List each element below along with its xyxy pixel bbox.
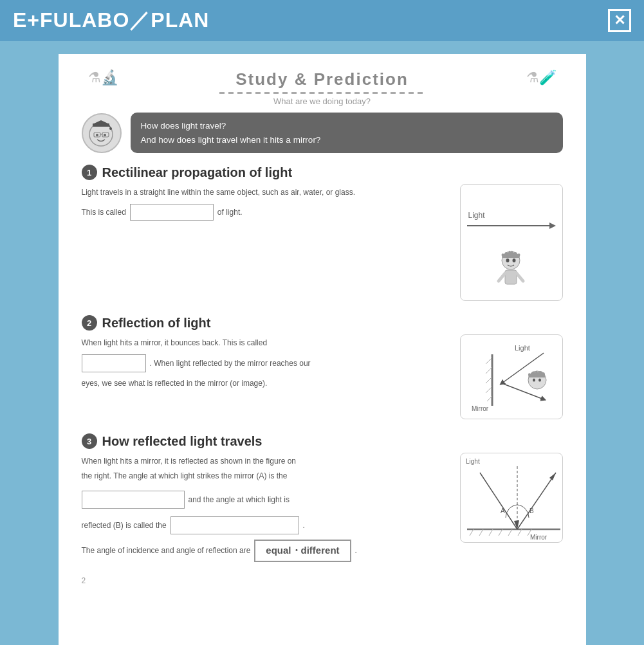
svg-rect-13 [505,270,517,284]
section3-fill1-row: and the angle at which light is [82,488,451,511]
section3-title: How reflected light travels [102,434,262,449]
section3-number: 3 [82,433,97,449]
section3-header: 3 How reflected light travels [82,433,563,449]
title-underline [219,92,425,94]
avatar [82,113,122,153]
section2-fill-box[interactable] [82,354,146,372]
section1-header: 1 Rectilinear propagation of light [82,165,563,180]
svg-marker-44 [549,473,556,480]
svg-line-33 [470,529,474,536]
page-subtitle: What are we doing today? [82,96,563,106]
svg-point-5 [96,134,98,136]
section2-number: 2 [82,315,97,331]
page: ⚗ 🔬 ⚗ 🧪 Study & Prediction What are we d… [59,54,586,645]
svg-point-4 [109,127,112,130]
svg-point-28 [533,379,535,382]
svg-line-43 [517,473,556,529]
section2-header: 2 Reflection of light [82,315,563,331]
svg-line-37 [508,529,512,536]
svg-text:B: B [529,507,534,514]
svg-marker-2 [93,120,109,124]
person-svg-1 [493,249,529,294]
section1-number: 1 [82,165,97,180]
question-line2: And how does light travel when it hits a… [141,133,553,147]
svg-line-41 [480,473,517,529]
question-line1: How does light travel? [141,119,553,133]
svg-point-11 [506,259,510,262]
close-button[interactable]: ✕ [608,9,631,32]
section1-right: Light [460,184,563,307]
section2-desc1: When light hits a mirror, it bounces bac… [82,337,451,349]
section1-illustration: Light [460,184,563,301]
section3-content: When light hits a mirror, it is reflecte… [82,453,563,567]
section2-right: Light Mirror [460,334,563,426]
section3-right: Light Mirror [460,453,563,543]
section2-fill-row: . When light reflected by the mirror rea… [82,354,451,372]
section3-fill1[interactable] [82,491,185,509]
question-bubble: How does light travel? And how does ligh… [131,113,563,153]
svg-line-38 [518,529,522,536]
section2-desc2: . When light reflected by the mirror rea… [150,359,311,368]
svg-text:Mirror: Mirror [530,534,547,541]
fill-suffix: of light. [217,208,243,217]
svg-line-36 [499,529,502,536]
svg-line-34 [479,529,483,536]
section3-answer-row: The angle of incidence and angle of refl… [82,540,451,562]
section2-title: Reflection of light [102,316,211,331]
svg-text:Light: Light [466,458,480,465]
section2-content: When light hits a mirror, it bounces bac… [82,334,563,426]
light-arrow [467,223,556,229]
svg-line-14 [499,273,505,281]
page-header: ⚗ 🔬 ⚗ 🧪 Study & Prediction What are we d… [82,69,563,106]
section1-fill-row: This is called of light. [82,204,451,221]
light-label1: Light [468,211,485,220]
section3-text4: The angle of incidence and angle of refl… [82,546,251,555]
section3-fill2[interactable] [170,516,299,534]
svg-line-15 [517,273,523,281]
section1-fill-box[interactable] [130,204,214,221]
content-wrapper: ⚗ 🔬 ⚗ 🧪 Study & Prediction What are we d… [0,41,644,645]
section3-fill1-label: and the angle at which light is [189,495,290,504]
svg-point-29 [538,379,541,382]
svg-line-35 [489,529,493,536]
section1-title: Rectilinear propagation of light [102,165,293,180]
section3-left: When light hits a mirror, it is reflecte… [82,453,451,567]
svg-text:Mirror: Mirror [472,405,489,412]
fill-prefix: This is called [82,208,126,217]
light-illus1: Light [467,191,556,249]
svg-text:A: A [501,507,505,514]
section3-text2: the right. The angle at which light stri… [82,470,451,482]
section3-fill2-suffix: . [303,521,305,530]
section3-text3: reflected (B) is called the [82,521,167,530]
reflection-diagram: Light Mirror [460,453,563,543]
section1-content: Light travels in a straight line within … [82,184,563,307]
svg-point-6 [104,134,106,136]
section2-left: When light hits a mirror, it bounces bac… [82,334,451,392]
page-number: 2 [82,576,563,585]
arrow-head [549,223,556,229]
header: E+FULABO／PLAN ✕ [0,0,644,41]
page-title: Study & Prediction [82,69,563,89]
app-title: E+FULABO／PLAN [13,6,209,35]
arrow-shaft [467,225,549,226]
section2-illustration: Light Mirror [460,334,563,419]
section3-fill2-row: reflected (B) is called the . [82,516,451,534]
answer-highlight[interactable]: equal・different [254,540,351,562]
section3-text5: . [355,546,357,555]
svg-point-12 [513,259,516,262]
question-section: How does light travel? And how does ligh… [82,113,563,153]
reflection-svg: Light Mirror [461,453,563,543]
section1-description: Light travels in a straight line within … [82,186,451,199]
section3-text1: When light hits a mirror, it is reflecte… [82,455,451,468]
section1-left: Light travels in a straight line within … [82,184,451,226]
section2-desc3: eyes, we see what is reflected in the mi… [82,377,451,390]
svg-text:Light: Light [515,344,530,352]
light-mirror-svg: Light Mirror [466,341,557,412]
